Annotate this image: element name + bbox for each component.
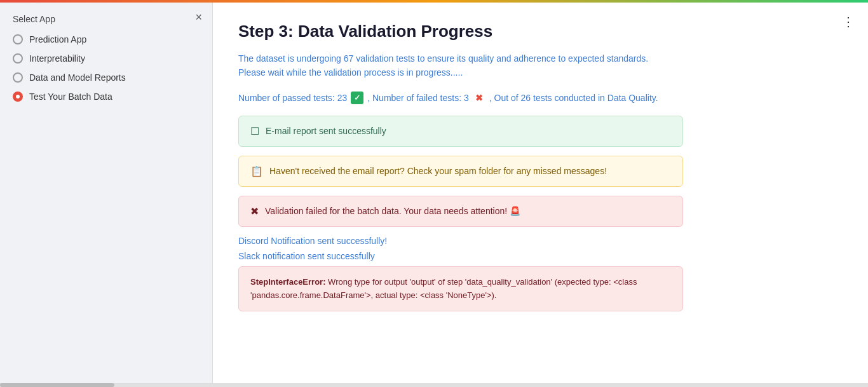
alert-danger: ✖ Validation failed for the batch data. … [238,196,683,227]
sidebar: × Select App Prediction App Interpretabi… [0,3,213,383]
warning-icon: 📋 [250,165,263,177]
three-dots-menu[interactable]: ⋮ [842,14,855,29]
stats-passed: Number of passed tests: 23 [238,93,347,103]
email-icon: ☐ [250,125,259,137]
app-container: × Select App Prediction App Interpretabi… [0,3,868,383]
description-line1: The dataset is undergoing 67 validation … [238,53,648,64]
sidebar-close-button[interactable]: × [195,11,202,23]
radio-interpretability[interactable] [13,53,23,64]
sidebar-label-interpretability: Interpretability [29,53,85,64]
scroll-thumb[interactable] [0,383,114,387]
main-content: ⋮ Step 3: Data Validation Progress The d… [213,3,868,383]
stats-line: Number of passed tests: 23 ✓ , Number of… [238,92,843,104]
alert-success: ☐ E-mail report sent successfully [238,116,683,147]
error-box: StepInterfaceError: Wrong type for outpu… [238,266,683,312]
sidebar-label-data-model-reports: Data and Model Reports [29,72,126,83]
bottom-scrollbar[interactable] [0,383,868,387]
sidebar-item-test-batch-data[interactable]: Test Your Batch Data [10,88,202,105]
radio-test-batch-data[interactable] [13,92,23,102]
alert-warning: 📋 Haven't received the email report? Che… [238,156,683,187]
sidebar-label-prediction-app: Prediction App [29,34,86,44]
sidebar-label-test-batch-data: Test Your Batch Data [29,92,112,102]
slack-notification: Slack notification sent successfully [238,251,843,261]
radio-prediction-app[interactable] [13,34,23,44]
sidebar-section-label: Select App [0,3,212,31]
description-text: The dataset is undergoing 67 validation … [238,51,683,80]
sidebar-item-data-model-reports[interactable]: Data and Model Reports [10,69,202,86]
stats-failed: , Number of failed tests: 3 [367,93,469,103]
discord-notification: Discord Notification sent successfully! [238,236,843,246]
sidebar-item-prediction-app[interactable]: Prediction App [10,31,202,48]
x-badge: ✖ [473,92,485,104]
radio-data-model-reports[interactable] [13,72,23,83]
alert-danger-text: Validation failed for the batch data. Yo… [265,206,520,216]
page-title: Step 3: Data Validation Progress [238,22,843,41]
alert-warning-text: Haven't received the email report? Check… [269,166,607,176]
stats-suffix: , Out of 26 tests conducted in Data Qual… [489,93,658,103]
danger-icon: ✖ [250,205,259,217]
error-bold: StepInterfaceError: [250,277,325,287]
sidebar-nav: Prediction App Interpretability Data and… [0,31,212,105]
description-line2: Please wait while the validation process… [238,67,463,78]
sidebar-item-interpretability[interactable]: Interpretability [10,50,202,67]
alert-success-text: E-mail report sent successfully [266,126,386,136]
check-badge: ✓ [351,92,363,104]
